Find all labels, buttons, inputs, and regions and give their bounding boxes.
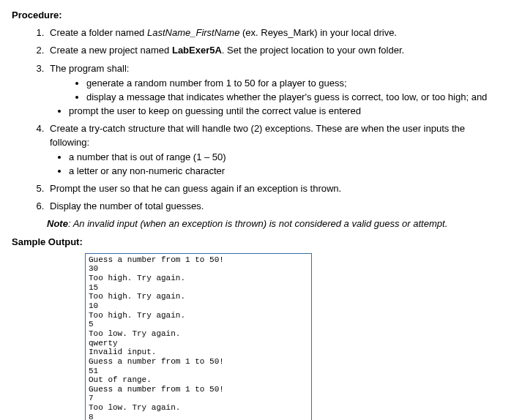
list-item: display a message that indicates whether…: [86, 91, 502, 104]
list-item: a letter or any non-numeric character: [69, 165, 502, 178]
list-item: prompt the user to keep on guessing unti…: [69, 105, 502, 118]
text: display a message that indicates whether…: [86, 91, 487, 102]
sample-output-heading: Sample Output:: [12, 236, 502, 249]
text: Create a new project named: [50, 45, 172, 56]
text: Create a try-catch structure that will h…: [50, 123, 465, 147]
procedure-heading: Procedure:: [12, 9, 502, 22]
list-item: Display the number of total guesses.: [47, 200, 502, 213]
note-line: Note: An invalid input (when an exceptio…: [47, 217, 502, 230]
list-item: The program shall: generate a random num…: [47, 62, 502, 119]
text: generate a random number from 1 to 50 fo…: [86, 78, 347, 89]
text: . Set the project location to your own f…: [222, 45, 404, 56]
list-item: Create a new project named LabExer5A. Se…: [47, 44, 502, 57]
note-text: : An invalid input (when an exception is…: [68, 218, 447, 229]
text-bold: LabExer5A: [172, 45, 222, 56]
text: Display the number of total guesses.: [50, 200, 204, 211]
text: (ex. Reyes_Mark) in your local drive.: [239, 27, 397, 38]
text: a letter or any non-numeric character: [69, 165, 225, 176]
sample-output-box: Guess a number from 1 to 50! 30 Too high…: [85, 253, 312, 420]
text: a number that is out of range (1 – 50): [69, 151, 226, 162]
text: The program shall:: [50, 63, 129, 74]
list-item: Prompt the user so that he can guess aga…: [47, 182, 502, 195]
text: Create a folder named: [50, 27, 147, 38]
procedure-list: Create a folder named LastName_FirstName…: [12, 26, 502, 213]
text: prompt the user to keep on guessing unti…: [69, 105, 361, 116]
sub-list: a number that is out of range (1 – 50) a…: [50, 151, 502, 178]
list-item: Create a try-catch structure that will h…: [47, 122, 502, 178]
text: Prompt the user so that he can guess aga…: [50, 183, 341, 194]
text-italic: LastName_FirstName: [147, 27, 239, 38]
list-item: generate a random number from 1 to 50 fo…: [86, 77, 502, 90]
sub-list: generate a random number from 1 to 50 fo…: [50, 77, 502, 119]
list-item: Create a folder named LastName_FirstName…: [47, 26, 502, 40]
note-label: Note: [47, 218, 68, 229]
list-item: a number that is out of range (1 – 50): [69, 151, 502, 164]
